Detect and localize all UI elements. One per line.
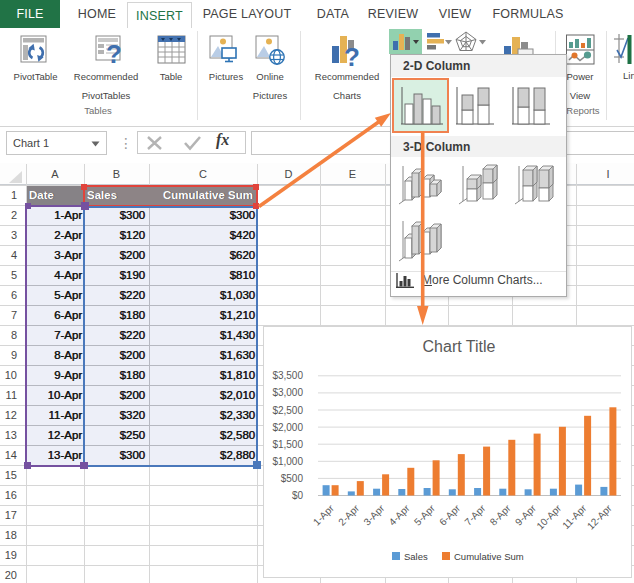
svg-text:$2,500: $2,500 — [272, 405, 303, 416]
svg-text:$2,000: $2,000 — [272, 422, 303, 433]
svg-text:$3,000: $3,000 — [272, 387, 303, 398]
svg-text:$3,500: $3,500 — [272, 370, 303, 381]
svg-text:Cumulative Sum: Cumulative Sum — [454, 551, 524, 562]
svg-text:6-Apr: 6-Apr — [437, 502, 463, 528]
svg-text:5-Apr: 5-Apr — [412, 502, 438, 528]
svg-text:$1,000: $1,000 — [272, 456, 303, 467]
svg-text:10-Apr: 10-Apr — [534, 502, 563, 531]
svg-text:Sales: Sales — [404, 551, 428, 562]
svg-text:?: ? — [344, 42, 360, 68]
svg-text:$1,500: $1,500 — [272, 439, 303, 450]
svg-text:11-Apr: 11-Apr — [560, 502, 589, 531]
svg-text:8-Apr: 8-Apr — [488, 502, 514, 528]
svg-text:?: ? — [106, 39, 122, 65]
svg-text:$0: $0 — [292, 490, 304, 501]
svg-text:3-Apr: 3-Apr — [361, 502, 387, 528]
svg-text:$500: $500 — [281, 473, 304, 484]
svg-text:7-Apr: 7-Apr — [462, 502, 488, 528]
svg-text:Chart Title: Chart Title — [423, 338, 496, 355]
svg-text:12-Apr: 12-Apr — [585, 502, 614, 531]
svg-text:1-Apr: 1-Apr — [311, 502, 337, 528]
svg-text:2-Apr: 2-Apr — [336, 502, 362, 528]
svg-text:4-Apr: 4-Apr — [387, 502, 413, 528]
